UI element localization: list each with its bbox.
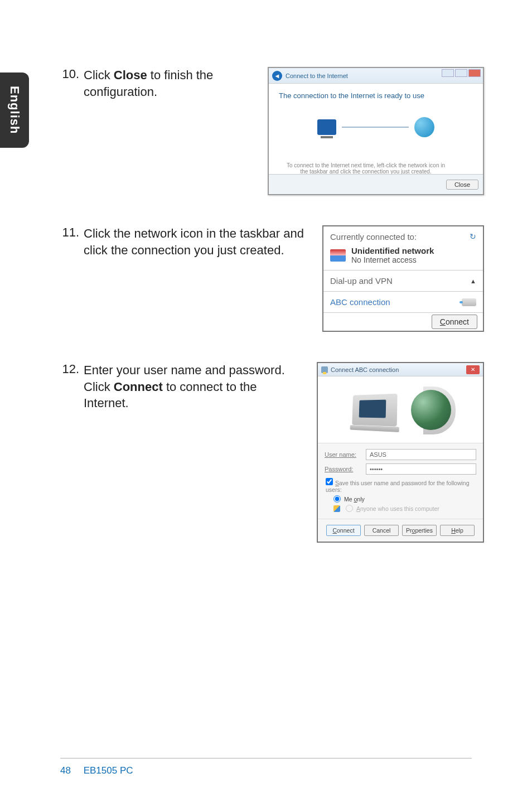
btn-rest: elp bbox=[456, 527, 463, 534]
wizard-hint: To connect to the Internet next time, le… bbox=[269, 162, 483, 175]
label-rest: assword: bbox=[328, 466, 353, 472]
step-text: Click Close to finish the configuration. bbox=[84, 67, 255, 100]
page-content: 10. Click Close to finish the configurat… bbox=[60, 67, 484, 543]
accel-key: U bbox=[325, 451, 329, 458]
language-tab: English bbox=[0, 73, 29, 148]
connect-button[interactable]: Connect bbox=[326, 525, 361, 536]
accel-key: C bbox=[440, 317, 446, 326]
step-number: 12. bbox=[60, 362, 84, 376]
step-bold: Close bbox=[114, 68, 147, 82]
radio-input bbox=[346, 505, 353, 512]
step-text: Click the network icon in the taskbar an… bbox=[84, 225, 310, 258]
username-label: User name: bbox=[325, 451, 361, 458]
section-label: Dial-up and VPN bbox=[330, 276, 393, 286]
flyout-header: Currently connected to: bbox=[330, 232, 417, 241]
wizard-titlebar: ◄ Connect to the Internet bbox=[269, 68, 483, 84]
connection-item[interactable]: ABC connection bbox=[323, 291, 483, 312]
accel-key: S bbox=[335, 480, 339, 486]
footer-rule bbox=[60, 758, 472, 758]
globe-icon bbox=[414, 117, 434, 137]
wizard-title: Connect to the Internet bbox=[286, 73, 348, 79]
cancel-button[interactable]: Cancel bbox=[364, 525, 399, 536]
dialog-buttons: Connect Cancel Properties Help bbox=[318, 519, 483, 542]
chevron-up-icon[interactable]: ▲ bbox=[470, 278, 476, 284]
dialog-title: Connect ABC connection bbox=[331, 366, 399, 373]
step-number: 10. bbox=[60, 67, 84, 81]
save-credentials-label: Save this user name and password for the… bbox=[326, 478, 476, 493]
modem-icon bbox=[462, 298, 476, 306]
computer-icon bbox=[317, 119, 336, 135]
laptop-icon bbox=[352, 393, 397, 426]
refresh-icon[interactable]: ↻ bbox=[470, 232, 476, 241]
label-rest: ser name: bbox=[329, 451, 356, 458]
password-label: Password: bbox=[325, 466, 361, 472]
step-text-fragment: Click bbox=[84, 68, 114, 82]
network-status: No Internet access bbox=[351, 255, 434, 264]
page-footer: 48 EB1505 PC bbox=[60, 765, 133, 776]
network-name: Unidentified network bbox=[351, 246, 434, 255]
network-icon bbox=[330, 249, 346, 262]
radio-label: Anyone who uses this computer bbox=[356, 505, 439, 512]
globe-icon bbox=[411, 390, 451, 430]
btn-rest: onnect bbox=[446, 317, 469, 326]
radio-me-only[interactable]: Me only bbox=[333, 495, 476, 503]
maximize-button[interactable] bbox=[455, 69, 467, 77]
wizard-footer: Close bbox=[269, 174, 483, 194]
screenshot-close-wizard: ◄ Connect to the Internet The connection… bbox=[268, 67, 484, 195]
username-field[interactable] bbox=[366, 449, 476, 460]
dialog-hero bbox=[318, 376, 483, 443]
step-text: Enter your user name and password. Click… bbox=[84, 362, 304, 412]
back-icon[interactable]: ◄ bbox=[272, 71, 282, 81]
section-header: Dial-up and VPN ▲ bbox=[323, 270, 483, 291]
help-button[interactable]: Help bbox=[440, 525, 475, 536]
accel-key: o bbox=[354, 496, 357, 503]
minimize-button[interactable] bbox=[442, 69, 454, 77]
wizard-message: The connection to the Internet is ready … bbox=[269, 84, 483, 103]
close-button[interactable]: Close bbox=[446, 180, 478, 190]
radio-input[interactable] bbox=[333, 495, 341, 503]
save-checkbox[interactable] bbox=[326, 478, 333, 485]
label-rest: ave this user name and password for the … bbox=[326, 480, 469, 493]
shield-icon bbox=[333, 505, 340, 512]
dialog-titlebar: Connect ABC connection ✕ bbox=[318, 363, 483, 376]
close-icon[interactable]: ✕ bbox=[466, 365, 480, 374]
connect-button[interactable]: Connect bbox=[432, 315, 477, 329]
connection-line bbox=[342, 127, 409, 128]
page-number: 48 bbox=[60, 765, 71, 776]
window-buttons bbox=[442, 69, 481, 77]
close-window-button[interactable] bbox=[468, 69, 481, 77]
connection-name: ABC connection bbox=[330, 297, 390, 307]
credentials-form: User name: Password: Save this user name… bbox=[318, 443, 483, 519]
screenshot-network-flyout: Currently connected to: ↻ Unidentified n… bbox=[322, 225, 484, 332]
btn-rest: onnect bbox=[337, 527, 355, 534]
connection-diagram bbox=[269, 103, 483, 151]
step-bold: Connect bbox=[114, 380, 163, 394]
properties-button[interactable]: Properties bbox=[402, 525, 437, 536]
screenshot-connect-dialog: Connect ABC connection ✕ User name: Pass… bbox=[317, 362, 484, 543]
step-number: 11. bbox=[60, 225, 84, 240]
accel-key: A bbox=[356, 505, 360, 512]
accel-key: C bbox=[332, 527, 337, 534]
password-field[interactable] bbox=[366, 463, 476, 475]
radio-label: Me only bbox=[344, 496, 365, 503]
connection-icon bbox=[321, 366, 328, 373]
radio-anyone: Anyone who uses this computer bbox=[333, 505, 476, 512]
accel-key: H bbox=[451, 527, 456, 534]
network-entry: Unidentified network No Internet access bbox=[323, 245, 483, 270]
document-name: EB1505 PC bbox=[84, 765, 133, 776]
accel-key: o bbox=[412, 527, 415, 534]
